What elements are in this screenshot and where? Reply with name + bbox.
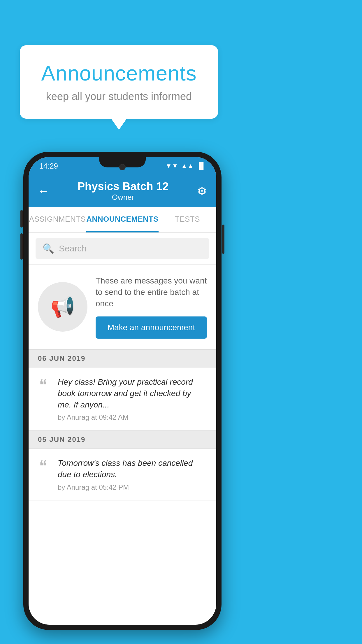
app-bar-subtitle: Owner — [49, 193, 197, 202]
date-separator-2: 05 JUN 2019 — [29, 430, 216, 449]
megaphone-icon: 📢 — [50, 295, 75, 318]
phone-outer: 14:29 ▼▼ ▲▲ ▐▌ ← Physics Batch 12 Owner … — [23, 152, 222, 630]
tab-tests[interactable]: TESTS — [159, 207, 216, 232]
signal-icon: ▲▲ — [181, 162, 194, 170]
phone-camera — [119, 164, 126, 170]
status-icons: ▼▼ ▲▲ ▐▌ — [166, 162, 206, 170]
search-icon: 🔍 — [43, 243, 54, 254]
wifi-icon: ▼▼ — [166, 162, 178, 170]
back-button[interactable]: ← — [38, 185, 49, 197]
phone-screen: 14:29 ▼▼ ▲▲ ▐▌ ← Physics Batch 12 Owner … — [29, 157, 216, 625]
status-time: 14:29 — [39, 162, 58, 171]
speech-bubble: Announcements keep all your students inf… — [20, 45, 218, 119]
volume-up-button — [20, 210, 23, 228]
tab-bar: ASSIGNMENTS ANNOUNCEMENTS TESTS — [29, 207, 216, 233]
battery-icon: ▐▌ — [197, 162, 206, 170]
announcement-item-1[interactable]: ❝ Hey class! Bring your practical record… — [29, 368, 216, 431]
quote-icon-2: ❝ — [34, 459, 52, 474]
announcement-content-2: Tomorrow's class has been cancelled due … — [58, 457, 207, 491]
bubble-subtitle: keep all your students informed — [37, 90, 201, 103]
announcement-item-2[interactable]: ❝ Tomorrow's class has been cancelled du… — [29, 449, 216, 500]
app-bar-title-group: Physics Batch 12 Owner — [49, 180, 197, 202]
promo-icon-circle: 📢 — [38, 282, 87, 332]
date-separator-1: 06 JUN 2019 — [29, 349, 216, 368]
app-bar-title: Physics Batch 12 — [49, 180, 197, 193]
tab-announcements[interactable]: ANNOUNCEMENTS — [86, 207, 159, 232]
search-container: 🔍 Search — [29, 233, 216, 265]
search-box[interactable]: 🔍 Search — [36, 238, 209, 259]
promo-content: These are messages you want to send to t… — [96, 275, 207, 339]
announcement-text-1: Hey class! Bring your practical record b… — [58, 376, 207, 411]
app-bar: ← Physics Batch 12 Owner ⚙ — [29, 175, 216, 207]
phone-notch — [99, 157, 146, 167]
quote-icon-1: ❝ — [34, 377, 52, 393]
announcement-content-1: Hey class! Bring your practical record b… — [58, 376, 207, 422]
promo-text: These are messages you want to send to t… — [96, 275, 207, 309]
tab-assignments[interactable]: ASSIGNMENTS — [29, 207, 86, 232]
announcement-text-2: Tomorrow's class has been cancelled due … — [58, 457, 207, 480]
power-button — [222, 225, 224, 254]
content-area: 🔍 Search 📢 These are messages you want t… — [29, 233, 216, 501]
make-announcement-button[interactable]: Make an announcement — [96, 316, 207, 339]
settings-icon[interactable]: ⚙ — [197, 185, 207, 197]
announcement-meta-2: by Anurag at 05:42 PM — [58, 483, 207, 491]
phone-mockup: 14:29 ▼▼ ▲▲ ▐▌ ← Physics Batch 12 Owner … — [23, 152, 222, 630]
speech-bubble-container: Announcements keep all your students inf… — [20, 45, 218, 119]
bubble-title: Announcements — [37, 61, 201, 85]
announcement-meta-1: by Anurag at 09:42 AM — [58, 413, 207, 421]
volume-down-button — [20, 233, 23, 260]
search-placeholder: Search — [59, 244, 87, 253]
promo-section: 📢 These are messages you want to send to… — [29, 265, 216, 349]
